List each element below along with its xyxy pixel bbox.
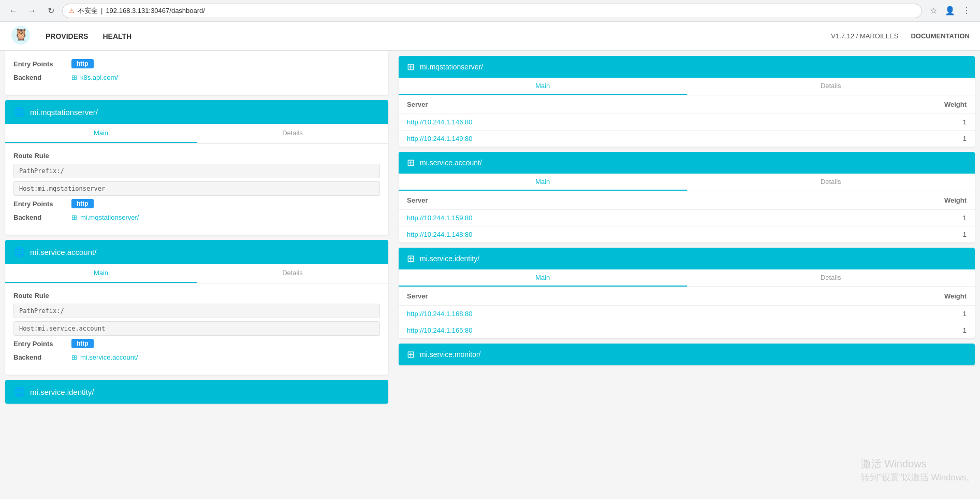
backend-grid-icon-header-2: ⊞ bbox=[407, 157, 415, 168]
header-right: V1.7.12 / MAROILLES DOCUMENTATION bbox=[831, 32, 970, 40]
main-layout: Entry Points http Backend ⊞ k8s.api.com/… bbox=[0, 51, 980, 499]
backend-tab-details-3[interactable]: Details bbox=[687, 269, 975, 287]
route-rule-box-2a: PathPrefix:/ bbox=[13, 304, 380, 318]
server-url-link[interactable]: http://10.244.1.159:80 bbox=[407, 214, 473, 222]
weight-col-header-2: Weight bbox=[789, 191, 975, 210]
server-url-link[interactable]: http://10.244.1.148:80 bbox=[407, 231, 473, 238]
providers-nav-item[interactable]: PROVIDERS bbox=[39, 29, 94, 44]
server-col-header-2: Server bbox=[399, 191, 789, 210]
backend-link-text-2: mi.service.account/ bbox=[80, 353, 138, 361]
backend-table-2: Server Weight http://10.244.1.159:80 1 h… bbox=[399, 191, 975, 243]
backend-label: Backend bbox=[13, 74, 65, 81]
backend-tab-main-2[interactable]: Main bbox=[399, 174, 687, 191]
globe-icon-3: 🌐 bbox=[13, 386, 25, 397]
http-badge-1: http bbox=[71, 199, 94, 208]
route-rule-box-1b: Host:mi.mqstationserver bbox=[13, 181, 380, 196]
backend-label-2: Backend bbox=[13, 353, 65, 361]
server-weight-cell: 1 bbox=[789, 322, 975, 339]
http-badge: http bbox=[71, 59, 94, 68]
bookmark-button[interactable]: ☆ bbox=[926, 4, 941, 18]
backend-link-text: k8s.api.com/ bbox=[80, 74, 118, 81]
backend-header-service-account: ⊞ mi.service.account/ bbox=[399, 152, 975, 174]
table-row: http://10.244.1.159:80 1 bbox=[399, 210, 975, 226]
reload-button[interactable]: ↻ bbox=[43, 4, 58, 18]
card-title-mi-service-identity: mi.service.identity/ bbox=[30, 388, 94, 396]
route-rule-label-2: Route Rule bbox=[13, 292, 380, 300]
server-url-cell: http://10.244.1.148:80 bbox=[399, 226, 789, 243]
backend-tab-details-2[interactable]: Details bbox=[687, 174, 975, 191]
table-row: http://10.244.1.149:80 1 bbox=[399, 131, 975, 147]
account-button[interactable]: 👤 bbox=[943, 4, 957, 18]
tab-main-mqstationserver[interactable]: Main bbox=[5, 124, 197, 143]
card-header-mi-mqstationserver: 🌐 mi.mqstationserver/ bbox=[5, 100, 388, 124]
menu-button[interactable]: ⋮ bbox=[959, 4, 974, 18]
card-mi-service-account: 🌐 mi.service.account/ Main Details Route… bbox=[5, 240, 388, 375]
card-title-mi-mqstationserver: mi.mqstationserver/ bbox=[30, 108, 98, 117]
tab-details-service-account[interactable]: Details bbox=[197, 264, 388, 283]
card-body-service-account: Route Rule PathPrefix:/ Host:mi.service.… bbox=[5, 283, 388, 375]
route-rule-box-2b: Host:mi.service.account bbox=[13, 321, 380, 336]
server-url-link[interactable]: http://10.244.1.146:80 bbox=[407, 118, 473, 126]
server-url-link[interactable]: http://10.244.1.149:80 bbox=[407, 135, 473, 142]
backend-card-title-4: mi.service.monitor/ bbox=[420, 350, 480, 359]
health-nav-item[interactable]: HEALTH bbox=[96, 29, 138, 44]
route-rule-box-1a: PathPrefix:/ bbox=[13, 164, 380, 178]
entry-points-row: Entry Points http bbox=[13, 59, 380, 68]
table-row: http://10.244.1.146:80 1 bbox=[399, 114, 975, 131]
backend-tab-main-3[interactable]: Main bbox=[399, 269, 687, 287]
backend-row: Backend ⊞ k8s.api.com/ bbox=[13, 74, 380, 81]
backend-link-1[interactable]: ⊞ mi.mqstationserver/ bbox=[71, 213, 139, 221]
tab-details-mqstationserver[interactable]: Details bbox=[197, 124, 388, 143]
backend-tabs-1: Main Details bbox=[399, 78, 975, 95]
url-prefix: 不安全 bbox=[78, 6, 98, 16]
card-header-mi-service-account: 🌐 mi.service.account/ bbox=[5, 240, 388, 264]
backend-header-service-identity: ⊞ mi.service.identity/ bbox=[399, 248, 975, 269]
backend-grid-icon-2: ⊞ bbox=[71, 353, 77, 361]
top-partial-card-body: Entry Points http Backend ⊞ k8s.api.com/ bbox=[5, 51, 388, 95]
table-row: http://10.244.1.165:80 1 bbox=[399, 322, 975, 339]
backend-table-3: Server Weight http://10.244.1.168:80 1 h… bbox=[399, 287, 975, 338]
backend-header-mqstationserver: ⊞ mi.mqstationserver/ bbox=[399, 56, 975, 78]
backend-tabs-2: Main Details bbox=[399, 174, 975, 191]
server-url-link[interactable]: http://10.244.1.168:80 bbox=[407, 310, 473, 318]
server-url-cell: http://10.244.1.159:80 bbox=[399, 210, 789, 226]
table-row: http://10.244.1.168:80 1 bbox=[399, 306, 975, 322]
server-url-cell: http://10.244.1.168:80 bbox=[399, 306, 789, 322]
app-header: 🦉 PROVIDERS HEALTH V1.7.12 / MAROILLES D… bbox=[0, 22, 980, 51]
entry-points-label: Entry Points bbox=[13, 60, 65, 68]
backend-link[interactable]: ⊞ k8s.api.com/ bbox=[71, 74, 118, 81]
backend-grid-icon-header-1: ⊞ bbox=[407, 61, 415, 73]
card-mi-mqstationserver: 🌐 mi.mqstationserver/ Main Details Route… bbox=[5, 100, 388, 235]
tab-main-service-account[interactable]: Main bbox=[5, 264, 197, 283]
address-bar[interactable]: ⚠ 不安全 | 192.168.3.131:30467/dashboard/ bbox=[62, 4, 922, 18]
backend-link-2[interactable]: ⊞ mi.service.account/ bbox=[71, 353, 138, 361]
back-button[interactable]: ← bbox=[6, 4, 21, 18]
backend-card-title-3: mi.service.identity/ bbox=[420, 254, 479, 263]
backend-tab-details-1[interactable]: Details bbox=[687, 78, 975, 95]
server-url-cell: http://10.244.1.149:80 bbox=[399, 131, 789, 147]
backend-card-title-1: mi.mqstationserver/ bbox=[420, 63, 483, 71]
server-url-link[interactable]: http://10.244.1.165:80 bbox=[407, 326, 473, 334]
backend-grid-icon-1: ⊞ bbox=[71, 213, 77, 221]
entry-points-row-1: Entry Points http bbox=[13, 199, 380, 208]
app-logo: 🦉 bbox=[10, 25, 31, 47]
route-rule-label-1: Route Rule bbox=[13, 152, 380, 160]
server-url-cell: http://10.244.1.165:80 bbox=[399, 322, 789, 339]
backend-grid-icon-header-4: ⊞ bbox=[407, 349, 415, 360]
backend-tab-main-1[interactable]: Main bbox=[399, 78, 687, 95]
documentation-link[interactable]: DOCUMENTATION bbox=[911, 32, 970, 40]
left-panel: Entry Points http Backend ⊞ k8s.api.com/… bbox=[0, 51, 393, 499]
server-weight-cell: 1 bbox=[789, 131, 975, 147]
backend-table-1: Server Weight http://10.244.1.146:80 1 h… bbox=[399, 95, 975, 147]
forward-button[interactable]: → bbox=[25, 4, 39, 18]
backend-card-title-2: mi.service.account/ bbox=[420, 159, 482, 167]
server-weight-cell: 1 bbox=[789, 210, 975, 226]
globe-icon-1: 🌐 bbox=[13, 106, 25, 118]
card-body-mqstationserver: Route Rule PathPrefix:/ Host:mi.mqstatio… bbox=[5, 144, 388, 235]
server-weight-cell: 1 bbox=[789, 114, 975, 131]
browser-chrome: ← → ↻ ⚠ 不安全 | 192.168.3.131:30467/dashbo… bbox=[0, 0, 980, 22]
weight-col-header-3: Weight bbox=[789, 287, 975, 306]
backend-header-service-monitor: ⊞ mi.service.monitor/ bbox=[399, 344, 975, 365]
backend-grid-icon-header-3: ⊞ bbox=[407, 253, 415, 264]
security-warning-icon: ⚠ bbox=[69, 7, 75, 15]
